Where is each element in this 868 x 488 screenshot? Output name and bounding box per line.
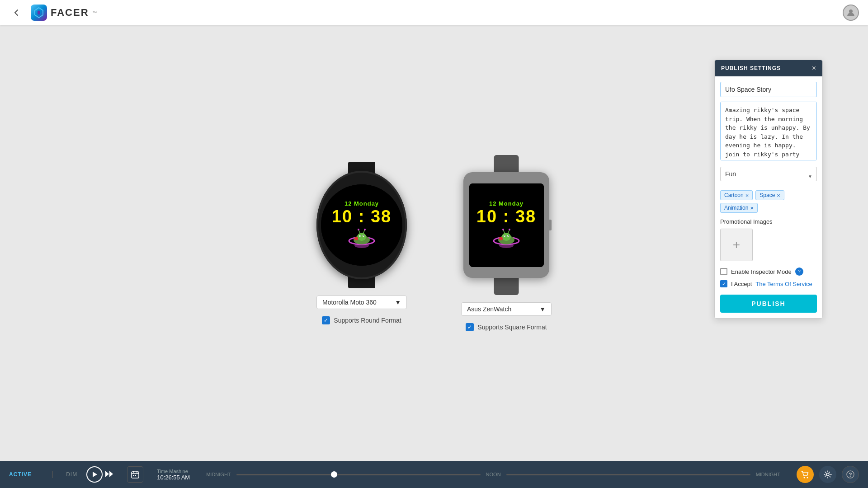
tag-cartoon-label: Cartoon bbox=[724, 192, 744, 198]
svg-point-15 bbox=[364, 229, 366, 230]
accept-label: I Accept bbox=[731, 281, 752, 287]
square-dropdown-arrow: ▼ bbox=[539, 305, 546, 313]
svg-point-24 bbox=[508, 235, 509, 236]
logo-text: FACER bbox=[51, 7, 89, 19]
square-watch-model-dropdown[interactable]: Asus ZenWatch ▼ bbox=[461, 302, 552, 316]
square-watch: 12 Monday 10 : 38 bbox=[457, 155, 556, 295]
square-watch-face: 12 Monday 10 : 38 bbox=[469, 183, 544, 267]
tag-space: Space × bbox=[755, 190, 784, 200]
round-day-label: 12 Monday bbox=[344, 200, 379, 207]
publish-panel: PUBLISH SETTINGS × Amazing rikky's space… bbox=[714, 60, 823, 319]
logo: FACER™ bbox=[31, 5, 97, 21]
tag-space-label: Space bbox=[760, 192, 775, 198]
svg-point-10 bbox=[360, 235, 361, 236]
playback-controls bbox=[86, 466, 114, 483]
inspector-help-icon[interactable]: ? bbox=[795, 267, 803, 276]
play-button[interactable] bbox=[86, 466, 103, 483]
square-watch-button bbox=[548, 220, 552, 230]
svg-point-14 bbox=[358, 229, 359, 230]
round-watch: 12 Monday 10 : 38 bbox=[312, 162, 411, 288]
noon-label: NOON bbox=[486, 472, 501, 477]
round-format-checkbox[interactable]: ✓ bbox=[322, 316, 330, 324]
svg-point-40 bbox=[807, 477, 808, 479]
cart-icon-button[interactable] bbox=[797, 466, 814, 483]
tag-cartoon-remove[interactable]: × bbox=[745, 192, 749, 198]
svg-point-27 bbox=[502, 229, 504, 230]
square-format-row: ✓ Supports Square Format bbox=[466, 323, 547, 331]
fast-forward-button[interactable] bbox=[105, 470, 114, 479]
tag-animation: Animation × bbox=[720, 203, 758, 213]
square-model-label: Asus ZenWatch bbox=[467, 305, 511, 313]
publish-panel-header: PUBLISH SETTINGS × bbox=[715, 60, 822, 76]
svg-text:?: ? bbox=[849, 472, 852, 478]
round-format-row: ✓ Supports Round Format bbox=[322, 316, 401, 324]
svg-point-20 bbox=[502, 233, 511, 241]
user-avatar[interactable] bbox=[843, 5, 859, 21]
logo-tm: ™ bbox=[93, 10, 97, 15]
logo-icon bbox=[31, 5, 47, 21]
time-machine-info: Time Mashine 10:26:55 AM bbox=[157, 469, 190, 481]
tos-link[interactable]: The Terms Of Service bbox=[755, 281, 812, 287]
square-watch-container: 12 Monday 10 : 38 bbox=[457, 155, 556, 331]
timeline-thumb[interactable] bbox=[331, 471, 337, 478]
svg-point-7 bbox=[357, 233, 366, 241]
timeline-track-right[interactable] bbox=[506, 474, 750, 475]
tag-cartoon: Cartoon × bbox=[720, 190, 753, 200]
publish-panel-close[interactable]: × bbox=[812, 65, 816, 72]
publish-button[interactable]: PUBLISH bbox=[720, 295, 817, 313]
square-format-checkbox[interactable]: ✓ bbox=[466, 323, 474, 331]
ufo-icon-round bbox=[344, 225, 380, 250]
timeline: MIDNIGHT NOON MIDNIGHT bbox=[206, 472, 780, 477]
nav-right bbox=[843, 5, 859, 21]
svg-point-28 bbox=[509, 229, 510, 230]
svg-point-11 bbox=[363, 235, 364, 236]
promo-upload-button[interactable]: + bbox=[720, 229, 753, 261]
svg-marker-30 bbox=[93, 472, 97, 477]
calendar-button[interactable] bbox=[127, 466, 143, 483]
round-format-label: Supports Round Format bbox=[334, 317, 401, 324]
active-status: ACTIVE bbox=[9, 471, 32, 478]
svg-point-29 bbox=[499, 237, 503, 240]
tos-row: ✓ I Accept The Terms Of Service bbox=[720, 280, 817, 287]
timeline-track[interactable] bbox=[236, 474, 481, 475]
inspector-checkbox[interactable] bbox=[720, 268, 727, 275]
inspector-label: Enable Inspector Mode bbox=[731, 268, 792, 275]
bottom-bar: ACTIVE | DIM Time Mashine 10:26:55 AM bbox=[0, 461, 868, 488]
time-machine-time: 10:26:55 AM bbox=[157, 474, 190, 481]
round-watch-face: 12 Monday 10 : 38 bbox=[321, 184, 402, 266]
svg-marker-31 bbox=[105, 471, 109, 477]
nav-left: FACER™ bbox=[9, 5, 97, 21]
svg-point-41 bbox=[826, 473, 829, 476]
square-day-label: 12 Monday bbox=[489, 200, 524, 207]
watchface-description-textarea[interactable]: Amazing rikky's space trip. When the mor… bbox=[720, 102, 817, 160]
watchface-name-input[interactable] bbox=[720, 82, 817, 97]
publish-panel-title: PUBLISH SETTINGS bbox=[721, 65, 781, 71]
bottom-right-icons: ? bbox=[797, 466, 859, 483]
tag-space-remove[interactable]: × bbox=[777, 192, 780, 198]
square-watch-body: 12 Monday 10 : 38 bbox=[463, 172, 549, 278]
tag-animation-remove[interactable]: × bbox=[750, 205, 754, 211]
category-select[interactable]: Fun bbox=[720, 167, 817, 181]
settings-icon-button[interactable] bbox=[819, 466, 836, 483]
dim-status: DIM bbox=[66, 471, 77, 478]
round-dropdown-arrow: ▼ bbox=[395, 299, 401, 306]
round-model-label: Motorolla Moto 360 bbox=[322, 299, 377, 306]
main-content: 12 Monday 10 : 38 bbox=[0, 25, 868, 461]
square-time: 10 : 38 bbox=[476, 208, 536, 225]
inspector-mode-row: Enable Inspector Mode ? bbox=[720, 267, 817, 276]
watches-area: 12 Monday 10 : 38 bbox=[312, 155, 556, 331]
top-nav: FACER™ bbox=[0, 0, 868, 25]
midnight-right-label: MIDNIGHT bbox=[756, 472, 780, 477]
round-watch-model-dropdown[interactable]: Motorolla Moto 360 ▼ bbox=[316, 296, 407, 309]
square-format-label: Supports Square Format bbox=[477, 324, 547, 331]
ufo-icon-square bbox=[488, 225, 524, 250]
svg-marker-32 bbox=[109, 471, 113, 477]
svg-point-39 bbox=[804, 477, 805, 479]
tag-animation-label: Animation bbox=[724, 205, 748, 211]
svg-point-23 bbox=[505, 235, 505, 236]
time-machine-label: Time Mashine bbox=[157, 469, 190, 474]
round-time: 10 : 38 bbox=[332, 208, 392, 225]
back-button[interactable] bbox=[9, 5, 24, 20]
tos-checkbox[interactable]: ✓ bbox=[720, 280, 727, 287]
help-icon-button[interactable]: ? bbox=[842, 466, 859, 483]
